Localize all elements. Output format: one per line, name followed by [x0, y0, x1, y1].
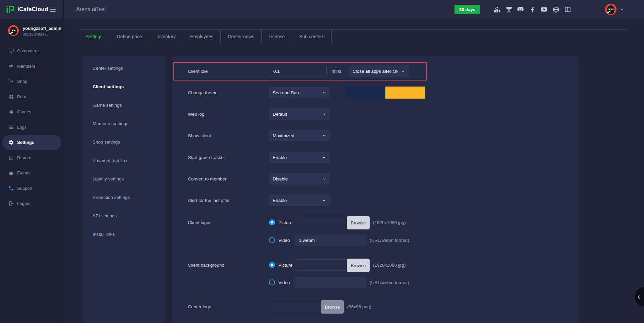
youtube-icon[interactable] — [540, 5, 548, 13]
sidebar-item-settings[interactable]: Settings — [2, 135, 61, 150]
show-client-select[interactable]: Maximized — [269, 130, 330, 141]
tab-license[interactable]: License — [262, 30, 292, 43]
menu-toggle-icon[interactable] — [50, 7, 56, 12]
theme-swatch-dark — [345, 87, 385, 99]
tab-employees[interactable]: Employees — [183, 30, 221, 43]
background-video-url-input[interactable] — [295, 277, 366, 288]
client-idle-action-select[interactable]: Close all apps after che — [349, 65, 409, 77]
license-days-badge[interactable]: 33 days — [454, 5, 480, 14]
cart-icon — [8, 78, 14, 84]
picture-radio[interactable] — [269, 219, 275, 225]
trophy-icon[interactable] — [505, 5, 513, 13]
user-avatar — [8, 25, 19, 36]
radio-label: Picture — [278, 263, 292, 268]
login-picture-file-input[interactable]: Browse — [295, 217, 370, 228]
tab-strip: Settings Define price Inventory Employee… — [78, 30, 627, 43]
sidebar-item-support[interactable]: Support — [2, 181, 61, 196]
sidebar-item-logs[interactable]: Logs — [2, 120, 61, 135]
page-title: Arena aiTest — [76, 6, 106, 12]
game-tracker-select[interactable]: Enable — [269, 152, 330, 163]
field-label: Alert for the last offer — [188, 198, 230, 203]
field-label: Web log — [188, 112, 204, 117]
video-radio[interactable] — [269, 279, 275, 285]
sidebar-item-members[interactable]: Members — [2, 59, 61, 74]
chevron-down-icon — [619, 7, 625, 12]
avatar[interactable] — [605, 4, 616, 15]
web-log-select[interactable]: Default — [269, 108, 330, 120]
user-info: youngzsoft_admin 005193482475 — [0, 19, 64, 36]
login-video-url-input[interactable] — [295, 234, 366, 246]
discord-icon[interactable] — [517, 5, 525, 13]
client-settings-panel: Client idle mins Close all apps after ch… — [172, 56, 578, 323]
chart-icon — [8, 155, 14, 161]
collapse-panel-toggle[interactable]: ‹ — [635, 287, 644, 307]
ranking-icon[interactable] — [493, 5, 501, 13]
client-idle-input[interactable] — [269, 66, 327, 76]
sidebar-item-events[interactable]: Events — [2, 165, 61, 181]
field-label: Client background — [188, 263, 224, 268]
field-label: Client login — [188, 220, 210, 225]
nav-members-settings[interactable]: Members settings — [83, 114, 166, 133]
logout-icon — [8, 201, 14, 206]
row-start-game-tracker: Start game tracker Enable — [172, 151, 578, 163]
chevron-down-icon — [322, 133, 326, 138]
background-picture-file-input[interactable]: Browse — [295, 259, 370, 271]
phone-icon — [8, 185, 14, 191]
tab-define-price[interactable]: Define price — [110, 30, 150, 43]
sidebar-item-reports[interactable]: Reports — [2, 150, 61, 166]
sidebar-item-computers[interactable]: Computers — [2, 43, 61, 59]
field-label: Start game tracker — [188, 155, 225, 160]
file-hint: (URL/webm format) — [370, 238, 409, 243]
row-change-theme: Change theme Sea and Sun — [172, 87, 578, 99]
convert-member-select[interactable]: Disable — [269, 173, 330, 184]
row-client-login-picture: Client login Picture Browse (1920x1080 j… — [172, 216, 578, 228]
nav-protection-settings[interactable]: Protection settings — [83, 188, 166, 207]
nav-loyalty-settings[interactable]: Loyalty settings — [83, 170, 166, 188]
nav-game-settings[interactable]: Game settings — [83, 96, 166, 114]
user-id: 005193482475 — [23, 32, 61, 36]
app-root: iCafeCloud Arena aiTest 33 days — [0, 0, 644, 323]
chevron-down-icon — [322, 198, 326, 203]
tab-center-news[interactable]: Center news — [221, 30, 262, 43]
sidebar-item-games[interactable]: Games — [2, 104, 61, 120]
browse-button[interactable]: Browse — [347, 216, 370, 229]
browse-button[interactable]: Browse — [321, 300, 344, 314]
people-icon — [8, 63, 14, 69]
theme-select[interactable]: Sea and Sun — [269, 87, 330, 98]
nav-payment-and-tax[interactable]: Payment and Tax — [83, 151, 166, 170]
nav-api-settings[interactable]: API settings — [83, 207, 166, 225]
field-label: Show client — [188, 133, 211, 138]
sidebar: youngzsoft_admin 005193482475 Computers … — [0, 19, 64, 323]
nav-shop-settings[interactable]: Shop settings — [83, 133, 166, 151]
field-label: Center logo — [188, 304, 211, 309]
facebook-icon[interactable] — [528, 5, 536, 13]
user-menu[interactable] — [605, 4, 625, 15]
picture-radio[interactable] — [269, 262, 275, 268]
radio-label: Video — [278, 238, 290, 243]
sidebar-item-shop[interactable]: Shop — [2, 74, 61, 89]
manual-icon[interactable] — [564, 5, 572, 13]
tab-settings[interactable]: Settings — [78, 30, 110, 43]
website-icon[interactable] — [552, 5, 560, 13]
unit-label: mins — [331, 68, 341, 74]
settings-nav-panel: Center settings Client settings Game set… — [83, 56, 166, 323]
center-logo-file-input[interactable]: Browse — [269, 301, 344, 312]
tab-sub-centers[interactable]: Sub centers — [292, 30, 332, 43]
tab-inventory[interactable]: Inventory — [149, 30, 183, 43]
file-hint: (1920x1080 jpg) — [373, 263, 406, 268]
chevron-down-icon — [401, 69, 405, 73]
browse-button[interactable]: Browse — [347, 259, 370, 272]
logo-text: iCafeCloud — [17, 6, 48, 13]
nav-client-settings[interactable]: Client settings — [83, 77, 166, 96]
file-hint: (1920x1080 jpg) — [373, 220, 406, 225]
sidebar-item-logout[interactable]: Logout — [2, 196, 61, 211]
gear-icon — [8, 140, 14, 145]
nav-install-links[interactable]: Install links — [83, 225, 166, 244]
video-radio[interactable] — [269, 237, 275, 243]
theme-swatch-yellow — [385, 87, 425, 99]
alert-offer-select[interactable]: Enable — [269, 195, 330, 206]
sidebar-item-boot[interactable]: Boot — [2, 89, 61, 105]
row-client-idle: Client idle mins Close all apps after ch… — [172, 65, 578, 77]
radio-label: Picture — [278, 220, 292, 225]
nav-center-settings[interactable]: Center settings — [83, 59, 166, 77]
